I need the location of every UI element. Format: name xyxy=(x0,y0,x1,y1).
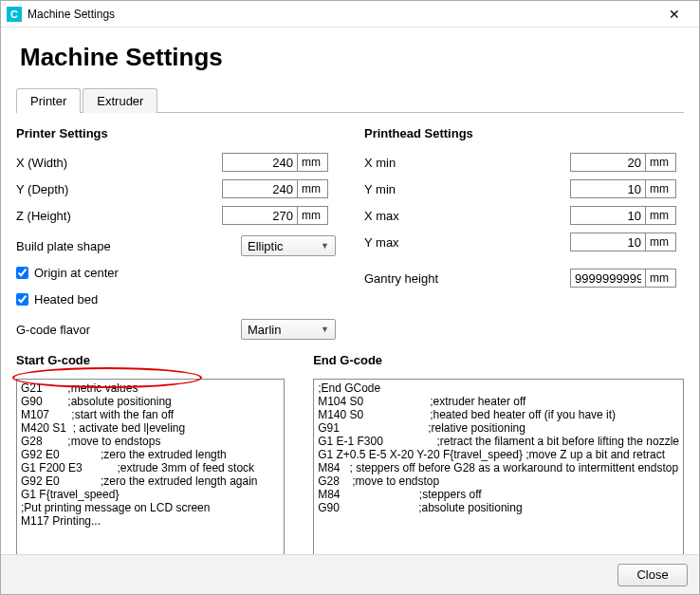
tab-extruder[interactable]: Extruder xyxy=(83,88,157,113)
origin-at-center-checkbox[interactable] xyxy=(16,267,28,279)
y-max-label: Y max xyxy=(364,235,570,250)
printhead-settings-heading: Printhead Settings xyxy=(364,126,684,140)
y-depth-label: Y (Depth) xyxy=(16,182,222,196)
titlebar: C Machine Settings ✕ xyxy=(1,1,699,28)
origin-at-center-label: Origin at center xyxy=(34,266,119,280)
z-height-label: Z (Height) xyxy=(16,209,222,223)
y-max-unit: mm xyxy=(646,232,676,251)
x-width-label: X (Width) xyxy=(16,156,222,170)
chevron-down-icon: ▼ xyxy=(321,325,329,334)
window-close-button[interactable]: ✕ xyxy=(655,1,693,28)
x-width-input[interactable] xyxy=(222,153,298,172)
gcode-flavor-select[interactable]: Marlin ▼ xyxy=(241,319,336,340)
y-min-unit: mm xyxy=(646,179,676,198)
x-max-label: X max xyxy=(364,209,570,223)
y-depth-unit: mm xyxy=(298,179,328,198)
heated-bed-checkbox[interactable] xyxy=(16,293,28,306)
gcode-flavor-value: Marlin xyxy=(248,323,281,337)
x-max-unit: mm xyxy=(646,206,676,225)
close-button[interactable]: Close xyxy=(617,564,688,586)
z-height-input[interactable] xyxy=(222,206,298,225)
tab-printer[interactable]: Printer xyxy=(16,88,81,113)
x-min-label: X min xyxy=(364,156,570,170)
y-min-label: Y min xyxy=(364,182,570,196)
heated-bed-label: Heated bed xyxy=(34,292,98,307)
printer-settings-heading: Printer Settings xyxy=(16,126,336,140)
x-min-input[interactable] xyxy=(570,153,646,172)
build-plate-select[interactable]: Elliptic ▼ xyxy=(241,235,336,256)
y-depth-input[interactable] xyxy=(222,179,298,198)
page-title: Machine Settings xyxy=(20,43,680,72)
app-icon: C xyxy=(7,7,22,22)
window-title: Machine Settings xyxy=(28,8,115,21)
printhead-settings-column: Printhead Settings X min mm Y min mm X m… xyxy=(364,126,684,345)
gcode-flavor-label: G-code flavor xyxy=(16,323,241,337)
gantry-height-label: Gantry height xyxy=(364,271,570,286)
y-min-input[interactable] xyxy=(570,179,646,198)
build-plate-value: Elliptic xyxy=(248,239,284,253)
footer: Close xyxy=(1,554,699,594)
end-gcode-heading: End G-code xyxy=(313,353,684,367)
x-min-unit: mm xyxy=(646,153,676,172)
tabs: Printer Extruder xyxy=(16,87,684,113)
x-max-input[interactable] xyxy=(570,206,646,225)
z-height-unit: mm xyxy=(298,206,328,225)
printer-settings-column: Printer Settings X (Width) mm Y (Depth) … xyxy=(16,126,336,345)
gantry-height-unit: mm xyxy=(646,269,676,288)
gantry-height-input[interactable] xyxy=(570,269,646,288)
chevron-down-icon: ▼ xyxy=(321,241,329,251)
build-plate-label: Build plate shape xyxy=(16,239,241,253)
x-width-unit: mm xyxy=(298,153,328,172)
start-gcode-heading: Start G-code xyxy=(16,353,285,367)
y-max-input[interactable] xyxy=(570,232,646,251)
